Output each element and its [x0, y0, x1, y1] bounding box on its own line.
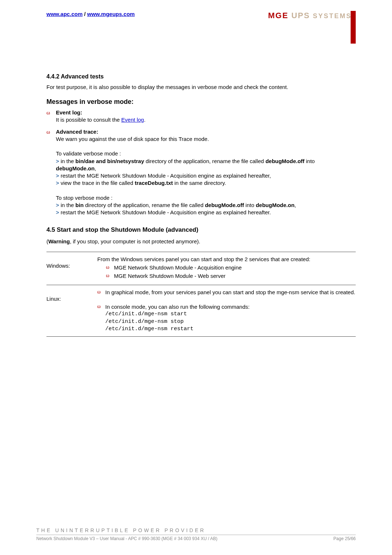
bullet-icon: ω — [46, 128, 56, 135]
eventlog-text-b: . — [144, 117, 146, 123]
bullet-icon: ω — [97, 289, 105, 296]
validate-l3c: in the same directory. — [173, 180, 226, 186]
stop-l1b: bin — [75, 202, 84, 208]
bullet-icon: ω — [46, 109, 56, 116]
gt-icon: > — [56, 180, 59, 186]
eventlog-text-a: It is possible to consult the — [56, 117, 121, 123]
eventlog-link[interactable]: Event log — [121, 117, 144, 123]
header-links: www.apc.com / www.mgeups.com — [46, 11, 135, 17]
text-442-intro: For test purpose, it is also possible to… — [46, 84, 356, 91]
linux-cmd2: /etc/init.d/mge-nsm stop — [105, 318, 250, 325]
heading-messages: Messages in verbose mode: — [46, 97, 356, 106]
advtrace-warn: We warn you against the use of disk spac… — [56, 136, 209, 142]
footer-tagline: THE UNINTERRUPTIBLE POWER PROVIDER — [36, 527, 356, 533]
brand-logo: MGE UPS SYSTEMS — [264, 11, 356, 44]
bullet-icon: ω — [106, 264, 114, 271]
validate-l1f: debugMode.on — [56, 165, 95, 171]
bullet-icon: ω — [106, 272, 114, 280]
validate-l2: restart the MGE Network Shutdown Module … — [59, 173, 271, 179]
validate-l1e: into — [305, 158, 315, 164]
link-mgeups[interactable]: www.mgeups.com — [87, 11, 135, 17]
brand-systems: SYSTEMS — [310, 12, 352, 20]
validate-l3b: traceDebug.txt — [135, 180, 173, 186]
page-footer: THE UNINTERRUPTIBLE POWER PROVIDER Netwo… — [36, 527, 356, 541]
footer-left: Network Shutdown Module V3 – User Manual… — [36, 536, 217, 541]
linux-label: Linux: — [46, 289, 97, 333]
stop-l1g: , — [294, 202, 296, 208]
windows-b1: MGE Network Shutdown Module - Acquisitio… — [114, 264, 242, 271]
validate-l1d: debugMode.off — [265, 158, 304, 164]
gt-icon: > — [56, 209, 59, 215]
link-apc[interactable]: www.apc.com — [46, 11, 82, 17]
stop-l2: restart the MGE Network Shutdown Module … — [59, 209, 271, 215]
slash: / — [82, 11, 87, 17]
validate-l1g: , — [95, 165, 96, 171]
validate-l3a: view the trace in the file called — [59, 180, 135, 186]
windows-intro: From the Windows services panel you can … — [97, 256, 356, 263]
validate-l1c: directory of the application, rename the… — [144, 158, 265, 164]
linux-cmd1: /etc/init.d/mge-nsm start — [105, 311, 250, 318]
gt-icon: > — [56, 202, 59, 208]
brand-mge: MGE — [268, 11, 288, 20]
advtrace-title: Advanced trace: — [56, 129, 98, 135]
heading-4-5: 4.5 Start and stop the Shutdown Module (… — [46, 226, 356, 234]
bullet-icon: ω — [97, 303, 105, 310]
stop-l1f: debugMode.on — [256, 202, 295, 208]
linux-cmd3: /etc/init.d/mge-nsm restart — [105, 325, 250, 333]
footer-right: Page 25/66 — [334, 536, 356, 541]
stop-l1d: debugMode.off — [205, 202, 244, 208]
validate-l1a: in the — [59, 158, 75, 164]
eventlog-title: Event log: — [56, 109, 82, 116]
linux-b1: In graphical mode, from your services pa… — [105, 289, 355, 296]
validate-l1b: bin/dae and bin/netsystray — [75, 158, 144, 164]
brand-ups: UPS — [289, 11, 310, 20]
stop-l1e: into — [244, 202, 256, 208]
windows-label: Windows: — [46, 256, 97, 281]
warning-line: (Warning, if you stop, your computer is … — [46, 238, 356, 245]
stop-l1a: in the — [59, 202, 75, 208]
brand-stripe — [351, 11, 356, 44]
table-row: Windows: From the Windows services panel… — [46, 252, 356, 285]
stop-heading: To stop verbose mode : — [56, 195, 113, 201]
heading-4-4-2: 4.4.2 Advanced tests — [46, 73, 356, 81]
gt-icon: > — [56, 158, 59, 164]
validate-heading: To validate verbose mode : — [56, 150, 121, 157]
linux-b2: In console mode, you can also run the fo… — [105, 303, 250, 311]
gt-icon: > — [56, 173, 59, 179]
table-row: Linux: ω In graphical mode, from your se… — [46, 285, 356, 337]
stop-l1c: directory of the application, rename the… — [83, 202, 205, 208]
windows-b2: MGE Network Shutdown Module - Web server — [114, 272, 225, 280]
